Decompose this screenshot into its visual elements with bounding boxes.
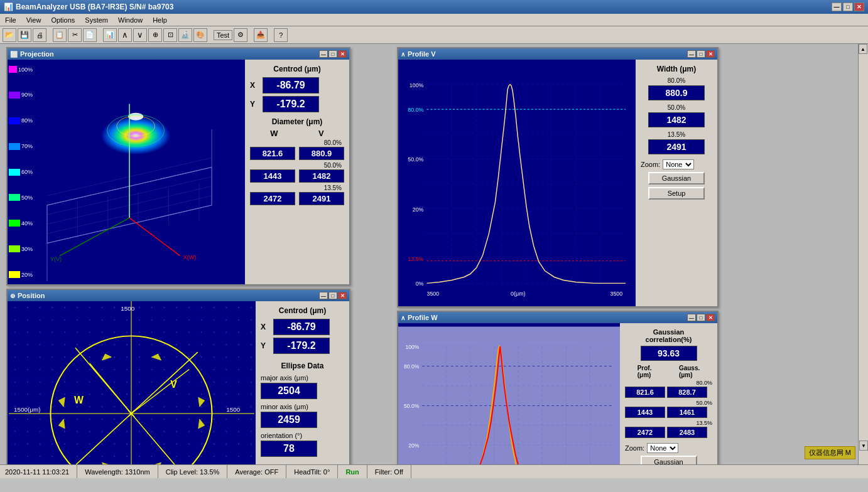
toolbar-save[interactable]: 💾: [18, 28, 31, 42]
w-gauss-50: 1461: [667, 407, 707, 418]
v-80-value: 880.9: [648, 85, 705, 100]
position-title-buttons: — □ ✕: [319, 292, 347, 299]
svg-text:3500: 3500: [426, 291, 439, 297]
toolbar-settings2[interactable]: ⚙: [234, 28, 247, 42]
position-body: W V 1500(μm) 0 1500 1500: [8, 301, 349, 478]
menu-help[interactable]: Help: [148, 15, 172, 25]
position-minimize[interactable]: —: [319, 292, 328, 299]
menu-file[interactable]: File: [0, 15, 21, 25]
status-average: Average: OFF: [227, 465, 286, 478]
position-close[interactable]: ✕: [338, 292, 347, 299]
v-135-value: 2491: [648, 139, 705, 154]
profile-v-close[interactable]: ✕: [706, 50, 715, 58]
status-wavelength: Wavelength: 1310nm: [77, 465, 158, 478]
svg-text:100%: 100%: [410, 82, 424, 88]
status-head-tilt: HeadTilt: 0°: [286, 465, 338, 478]
projection-maximize[interactable]: □: [328, 50, 337, 58]
pos-centrod-label: Centrod (μm): [261, 306, 344, 315]
watermark: 仪器信息网 M: [805, 446, 855, 459]
projection-minimize[interactable]: —: [319, 50, 328, 58]
profile-w-body: 100% 80.0% 50.0% 20% 13.5% 0%: [398, 323, 717, 478]
profile-v-minimize[interactable]: —: [687, 50, 696, 58]
projection-panel: ⬜ Projection — □ ✕ 100% 90%: [6, 47, 350, 286]
toolbar-chart[interactable]: 📊: [103, 28, 117, 42]
y-measurement-row: Y -179.2: [250, 96, 344, 112]
toolbar-download[interactable]: 📥: [254, 28, 268, 42]
v-setup-button[interactable]: Setup: [648, 187, 705, 200]
toolbar-paste[interactable]: 📄: [83, 28, 97, 42]
y-axis-label: Y(V): [50, 256, 62, 262]
position-measurements: Centrod (μm) X -86.79 Y -179.2 Ellipse D…: [256, 301, 349, 478]
w-p80-label: 80.0%: [625, 380, 712, 386]
diameter-header: W V: [250, 129, 344, 138]
profile-w-maximize[interactable]: □: [697, 314, 705, 321]
profile-v-canvas: 100% 80.0% 50.0% 20% 13.5% 0% 3500 0(μm)…: [398, 60, 636, 306]
p80-pct: 80.0%: [250, 139, 342, 146]
minimize-button[interactable]: —: [832, 3, 842, 11]
toolbar-copy[interactable]: 📋: [53, 28, 67, 42]
position-maximize[interactable]: □: [328, 292, 337, 299]
projection-close[interactable]: ✕: [338, 50, 347, 58]
gaussian-corr-label: Gaussian correlation(%): [625, 328, 712, 343]
w-prof-80: 821.6: [625, 387, 665, 398]
y-value: -179.2: [263, 96, 319, 112]
v-zoom-select[interactable]: None: [663, 159, 694, 169]
profile-v-maximize[interactable]: □: [697, 50, 705, 58]
menu-options[interactable]: Options: [46, 15, 80, 25]
title-bar: 📊 BeamAnalyzer USB (BA7-IR3E) S/N# ba970…: [0, 0, 868, 14]
maximize-button[interactable]: □: [843, 3, 853, 11]
w-col-headers: Prof. (μm) Gauss. (μm): [625, 365, 712, 378]
profile-v-icon: ∧: [401, 51, 405, 58]
svg-text:3500: 3500: [610, 291, 622, 297]
position-title-label: Position: [18, 292, 45, 299]
toolbar-microscope[interactable]: 🔬: [178, 28, 192, 42]
profile-w-close[interactable]: ✕: [706, 314, 715, 321]
profile-w-title-bar: ∧ Profile W — □ ✕: [398, 312, 717, 323]
profile-w-minimize[interactable]: —: [687, 314, 696, 321]
toolbar-grid[interactable]: ⊡: [163, 28, 177, 42]
menu-window[interactable]: Window: [113, 15, 148, 25]
toolbar-color[interactable]: 🎨: [193, 28, 207, 42]
beam-3d-canvas: 100% 90% 80% 70%: [8, 60, 245, 284]
w-80-value: 821.6: [250, 147, 295, 160]
toolbar-test[interactable]: Test: [214, 30, 232, 40]
profile-w-measurements: Gaussian correlation(%) 93.63 Prof. (μm)…: [620, 323, 717, 478]
svg-text:80.0%: 80.0%: [408, 107, 423, 113]
status-bar: 2020-11-11 11:03:21 Wavelength: 1310nm C…: [0, 464, 868, 478]
w-zoom-select[interactable]: None: [647, 443, 678, 453]
menu-view[interactable]: View: [21, 15, 46, 25]
prof-header: Prof. (μm): [637, 365, 652, 378]
status-clip-level: Clip Level: 13.5%: [158, 465, 228, 478]
close-button[interactable]: ✕: [854, 3, 864, 11]
scale-right: 1500: [226, 406, 240, 413]
v-gaussian-button[interactable]: Gaussian: [648, 172, 705, 184]
orientation-value: 78: [261, 441, 317, 457]
menu-system[interactable]: System: [80, 15, 113, 25]
app-title: BeamAnalyzer USB (BA7-IR3E) S/N# ba9703: [16, 3, 173, 11]
toolbar-help[interactable]: ?: [274, 28, 288, 42]
scrollbar-right[interactable]: ▲ ▼: [858, 44, 868, 464]
status-filter: Filter: Off: [367, 465, 411, 478]
profile-v-title-bar: ∧ Profile V — □ ✕: [398, 48, 717, 60]
corr-value: 93.63: [641, 346, 697, 361]
toolbar-wave1[interactable]: ∧: [118, 28, 132, 42]
svg-text:13.5%: 13.5%: [408, 256, 423, 262]
v-p80-label: 80.0%: [641, 77, 712, 84]
status-datetime: 2020-11-11 11:03:21: [5, 465, 77, 478]
toolbar-cut[interactable]: ✂: [68, 28, 82, 42]
toolbar-crosshair[interactable]: ⊕: [148, 28, 162, 42]
toolbar-open[interactable]: 📂: [3, 28, 16, 42]
scroll-up-button[interactable]: ▲: [859, 44, 867, 54]
profile-v-body: 100% 80.0% 50.0% 20% 13.5% 0% 3500 0(μm)…: [398, 60, 717, 306]
x-value: -86.79: [263, 77, 319, 94]
w-80-row: 821.6 828.7: [625, 387, 712, 398]
toolbar-wave2[interactable]: ∨: [133, 28, 147, 42]
toolbar-print[interactable]: 🖨: [33, 28, 46, 42]
toolbar: 📂 💾 🖨 📋 ✂ 📄 📊 ∧ ∨ ⊕ ⊡ 🔬 🎨 Test ⚙ 📥 ?: [0, 26, 868, 44]
v-50-value: 1482: [648, 112, 705, 127]
scroll-down-button[interactable]: ▼: [859, 441, 868, 451]
pos-x-label: X: [261, 323, 273, 331]
projection-title-buttons: — □ ✕: [319, 50, 347, 58]
w-zoom-label: Zoom:: [625, 444, 644, 452]
w-50-row: 1443 1461: [625, 407, 712, 418]
